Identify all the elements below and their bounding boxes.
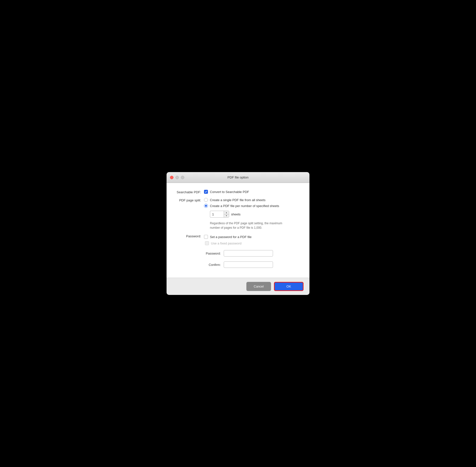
stepper-down-button[interactable]: ▼ bbox=[224, 214, 229, 218]
per-sheets-radio-row: Create a PDF file per number of specifie… bbox=[204, 204, 302, 208]
dialog-footer: Cancel OK bbox=[167, 278, 309, 295]
pdf-page-split-label: PDF page split: bbox=[174, 198, 204, 202]
confirm-field-label: Confirm: bbox=[204, 263, 224, 267]
per-sheets-label: Create a PDF file per number of specifie… bbox=[210, 204, 279, 208]
single-pdf-label: Create a single PDF file from all sheets bbox=[210, 198, 265, 202]
fixed-password-checkbox bbox=[205, 241, 209, 245]
traffic-light-buttons bbox=[170, 176, 184, 179]
per-sheets-radio[interactable] bbox=[204, 204, 208, 208]
stepper-up-button[interactable]: ▲ bbox=[224, 211, 229, 214]
single-pdf-radio-row: Create a single PDF file from all sheets bbox=[204, 198, 302, 202]
close-button[interactable] bbox=[170, 176, 173, 179]
password-main-label: Password: bbox=[174, 234, 204, 238]
set-password-label: Set a password for a PDF file bbox=[210, 235, 252, 239]
maximize-button[interactable] bbox=[181, 176, 184, 179]
confirm-field-row: Confirm: bbox=[204, 261, 302, 268]
pdf-info-text: Regardless of the PDF page split setting… bbox=[210, 221, 284, 230]
dialog-title: PDF file option bbox=[227, 176, 248, 179]
sheets-stepper: ▲ ▼ bbox=[210, 211, 229, 218]
sheets-row: ▲ ▼ sheets bbox=[210, 211, 302, 218]
searchable-pdf-content: Convert to Searchable PDF bbox=[204, 190, 302, 194]
convert-searchable-label: Convert to Searchable PDF bbox=[210, 190, 249, 194]
minimize-button[interactable] bbox=[175, 176, 179, 179]
fixed-password-label: Use a fixed password bbox=[211, 242, 241, 245]
password-row: Password: Set a password for a PDF file … bbox=[174, 234, 302, 268]
cancel-button[interactable]: Cancel bbox=[246, 282, 271, 291]
single-pdf-radio[interactable] bbox=[204, 198, 208, 202]
ok-button[interactable]: OK bbox=[274, 282, 304, 291]
pdf-page-split-content: Create a single PDF file from all sheets… bbox=[204, 198, 302, 230]
convert-searchable-checkbox[interactable] bbox=[204, 190, 208, 194]
pdf-page-split-row: PDF page split: Create a single PDF file… bbox=[174, 198, 302, 230]
sheets-unit-label: sheets bbox=[231, 212, 240, 216]
set-password-checkbox[interactable] bbox=[204, 235, 208, 239]
searchable-pdf-row: Searchable PDF: Convert to Searchable PD… bbox=[174, 190, 302, 194]
confirm-input[interactable] bbox=[224, 261, 273, 268]
dialog-window: PDF file option Searchable PDF: Convert … bbox=[167, 172, 309, 295]
password-field-label: Password: bbox=[204, 252, 224, 255]
password-input[interactable] bbox=[224, 250, 273, 257]
set-password-row: Set a password for a PDF file bbox=[204, 235, 302, 239]
convert-searchable-row: Convert to Searchable PDF bbox=[204, 190, 302, 194]
title-bar: PDF file option bbox=[167, 172, 309, 183]
password-field-row: Password: bbox=[204, 250, 302, 257]
dialog-body: Searchable PDF: Convert to Searchable PD… bbox=[167, 183, 309, 278]
sheets-input[interactable] bbox=[210, 211, 224, 218]
password-content: Set a password for a PDF file Use a fixe… bbox=[204, 235, 302, 268]
stepper-buttons: ▲ ▼ bbox=[224, 211, 229, 218]
fixed-password-row: Use a fixed password bbox=[205, 241, 302, 245]
searchable-pdf-label: Searchable PDF: bbox=[174, 190, 204, 194]
